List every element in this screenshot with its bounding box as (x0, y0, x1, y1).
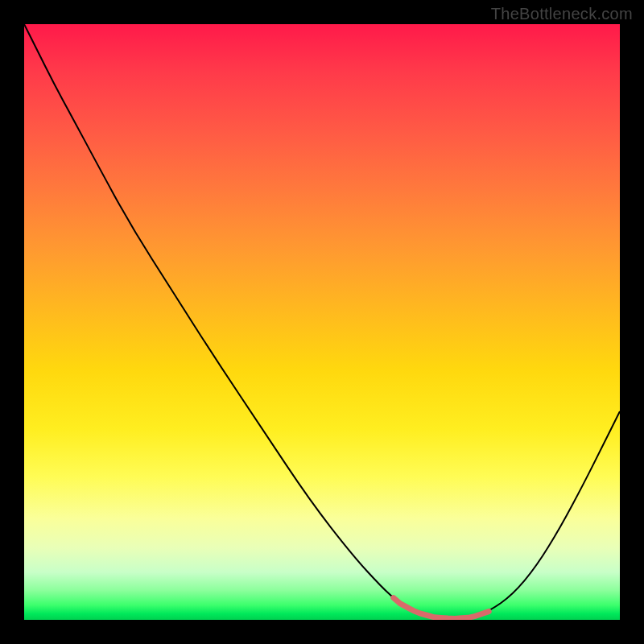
plot-area (24, 24, 620, 620)
curve-overlay (24, 24, 620, 620)
optimal-range-marker (394, 598, 489, 619)
watermark-text: TheBottleneck.com (491, 5, 633, 23)
bottleneck-curve (24, 24, 620, 618)
